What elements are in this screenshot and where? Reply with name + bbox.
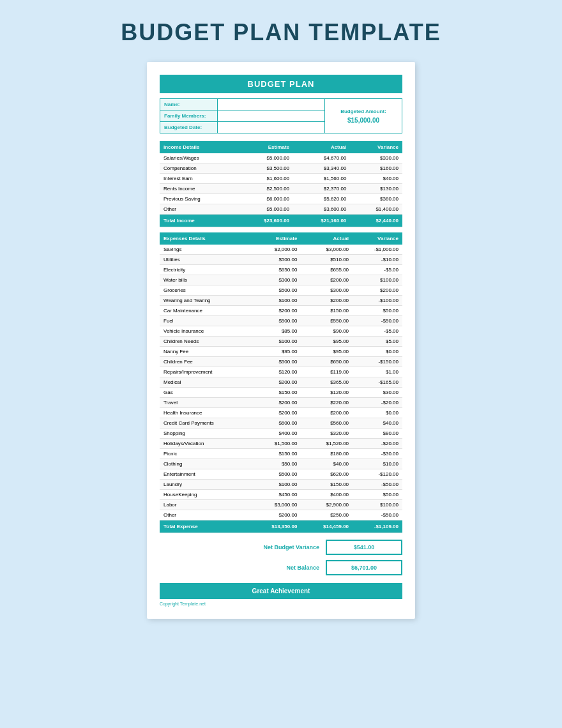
expenses-row-variance: $1.00 [353, 367, 402, 377]
expenses-row-label: Clothing [160, 459, 250, 469]
name-label: Name: [160, 99, 218, 110]
expenses-col-actual: Actual [301, 232, 353, 245]
info-row-name: Name: [160, 99, 324, 110]
income-row-variance: $130.00 [350, 184, 402, 194]
expenses-row-actual: $150.00 [301, 480, 353, 490]
expenses-row-label: Travel [160, 398, 250, 408]
expenses-table-row: Repairs/Improvement $120.00 $119.00 $1.0… [160, 367, 402, 377]
budgeted-amount-label: Budgeted Amount: [340, 109, 386, 114]
income-row-estimate: $5,000.00 [236, 204, 293, 215]
net-balance-row: Net Balance $6,701.00 [160, 560, 402, 575]
expenses-row-actual: $95.00 [301, 347, 353, 357]
income-row-label: Previous Saving [160, 194, 236, 204]
expenses-row-estimate: $200.00 [250, 408, 301, 418]
expenses-table-row: Children Fee $500.00 $650.00 -$150.00 [160, 357, 402, 367]
summary-section: Net Budget Variance $541.00 Net Balance … [160, 540, 402, 575]
income-row-estimate: $5,000.00 [236, 153, 293, 163]
income-table-row: Salaries/Wages $5,000.00 $4,670.00 $330.… [160, 153, 402, 163]
expenses-table-row: Nanny Fee $95.00 $95.00 $0.00 [160, 347, 402, 357]
expenses-row-label: Children Fee [160, 357, 250, 367]
expenses-row-label: Groceries [160, 285, 250, 296]
expenses-row-variance: -$30.00 [353, 449, 402, 459]
income-row-variance: $160.00 [350, 163, 402, 174]
expenses-row-estimate: $200.00 [250, 510, 301, 520]
income-table-row: Compensation $3,500.00 $3,340.00 $160.00 [160, 163, 402, 174]
expenses-row-variance: $40.00 [353, 418, 402, 428]
expenses-row-estimate: $500.00 [250, 316, 301, 326]
income-table: Income Details Estimate Actual Variance … [160, 141, 402, 227]
income-total-estimate: $23,600.00 [236, 215, 293, 227]
expenses-row-label: Children Needs [160, 337, 250, 347]
info-left: Name: Family Members: Budgeted Date: [160, 99, 325, 133]
family-value[interactable] [218, 110, 324, 121]
expenses-row-label: Entertainment [160, 469, 250, 480]
expenses-table-row: Laundry $100.00 $150.00 -$50.00 [160, 480, 402, 490]
expenses-table-row: Vehicle Insurance $85.00 $90.00 -$5.00 [160, 326, 402, 337]
expenses-row-variance: $80.00 [353, 428, 402, 439]
expenses-table: Expenses Details Estimate Actual Varianc… [160, 232, 402, 533]
income-row-variance: $40.00 [350, 174, 402, 184]
expenses-table-row: Clothing $50.00 $40.00 $10.00 [160, 459, 402, 469]
expenses-row-estimate: $150.00 [250, 449, 301, 459]
expenses-row-variance: $50.00 [353, 306, 402, 316]
date-label: Budgeted Date: [160, 122, 218, 133]
expenses-row-actual: $1,520.00 [301, 439, 353, 449]
info-row-date: Budgeted Date: [160, 122, 324, 133]
expenses-table-row: Gas $150.00 $120.00 $30.00 [160, 388, 402, 398]
expenses-table-row: Fuel $500.00 $550.00 -$50.00 [160, 316, 402, 326]
expenses-row-variance: -$150.00 [353, 357, 402, 367]
expenses-row-variance: -$120.00 [353, 469, 402, 480]
expenses-row-label: Medical [160, 377, 250, 388]
expenses-row-estimate: $650.00 [250, 265, 301, 275]
expenses-row-variance: $100.00 [353, 500, 402, 510]
expenses-row-variance: -$50.00 [353, 510, 402, 520]
copyright: Copyright Template.net [160, 602, 402, 606]
expenses-row-actual: $300.00 [301, 285, 353, 296]
expenses-table-row: Credit Card Payments $600.00 $560.00 $40… [160, 418, 402, 428]
income-row-estimate: $1,600.00 [236, 174, 293, 184]
expenses-row-estimate: $100.00 [250, 337, 301, 347]
expenses-row-estimate: $95.00 [250, 347, 301, 357]
income-row-actual: $1,560.00 [293, 174, 350, 184]
expenses-row-actual: $365.00 [301, 377, 353, 388]
expenses-total-actual: $14,459.00 [301, 520, 353, 533]
expenses-row-actual: $150.00 [301, 306, 353, 316]
income-row-actual: $5,620.00 [293, 194, 350, 204]
date-value[interactable] [218, 122, 324, 133]
expenses-row-actual: $320.00 [301, 428, 353, 439]
expenses-row-estimate: $120.00 [250, 367, 301, 377]
expenses-row-actual: $40.00 [301, 459, 353, 469]
income-col-variance: Variance [350, 141, 402, 153]
expenses-total-variance: -$1,109.00 [353, 520, 402, 533]
net-budget-row: Net Budget Variance $541.00 [160, 540, 402, 555]
expenses-header: Expenses Details [160, 232, 250, 245]
income-col-estimate: Estimate [236, 141, 293, 153]
expenses-total-label: Total Expense [160, 520, 250, 533]
expenses-row-variance: $200.00 [353, 285, 402, 296]
expenses-row-label: Savings [160, 245, 250, 255]
name-value[interactable] [218, 99, 324, 110]
expenses-row-label: Water bills [160, 275, 250, 285]
income-total-variance: $2,440.00 [350, 215, 402, 227]
income-row-actual: $2,370.00 [293, 184, 350, 194]
expenses-row-actual: $200.00 [301, 296, 353, 306]
income-row-variance: $380.00 [350, 194, 402, 204]
income-row-label: Salaries/Wages [160, 153, 236, 163]
expenses-row-variance: -$5.00 [353, 265, 402, 275]
income-row-label: Interest Earn [160, 174, 236, 184]
expenses-table-row: Health Insurance $200.00 $200.00 $0.00 [160, 408, 402, 418]
expenses-row-label: Health Insurance [160, 408, 250, 418]
expenses-row-estimate: $2,000.00 [250, 245, 301, 255]
expenses-row-label: Electricity [160, 265, 250, 275]
expenses-row-actual: $650.00 [301, 357, 353, 367]
expenses-row-actual: $220.00 [301, 398, 353, 408]
income-total-actual: $21,160.00 [293, 215, 350, 227]
expenses-row-label: Gas [160, 388, 250, 398]
expenses-row-label: Car Maintenance [160, 306, 250, 316]
expenses-table-row: Holidays/Vacation $1,500.00 $1,520.00 -$… [160, 439, 402, 449]
expenses-row-label: Shopping [160, 428, 250, 439]
income-row-label: Other [160, 204, 236, 215]
expenses-table-row: Car Maintenance $200.00 $150.00 $50.00 [160, 306, 402, 316]
expenses-row-estimate: $150.00 [250, 388, 301, 398]
expenses-row-estimate: $500.00 [250, 469, 301, 480]
